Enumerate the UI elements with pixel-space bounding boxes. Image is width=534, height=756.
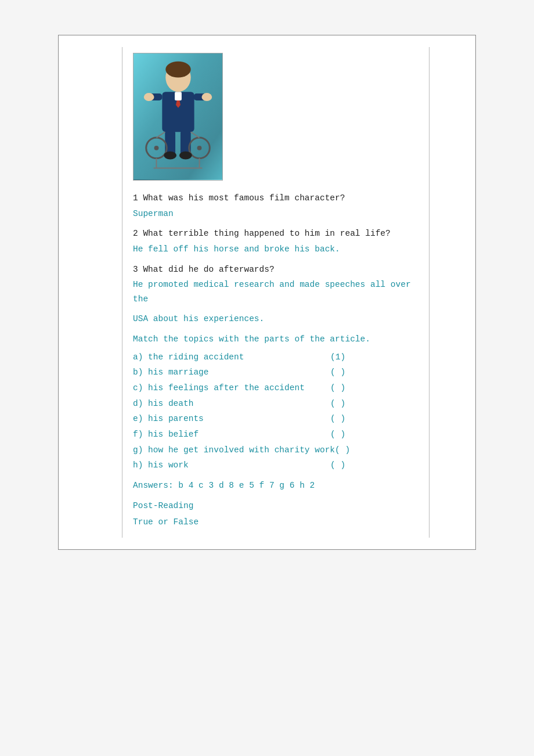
match-title: Match the topics with the parts of the a…: [133, 332, 418, 347]
match-item-f: f) his belief ( ): [133, 427, 418, 442]
card: 1 What was his most famous film characte…: [58, 35, 476, 550]
svg-point-15: [154, 146, 159, 150]
match-label-d: d) his death: [133, 397, 330, 411]
match-label-a: a) the riding accident: [133, 350, 330, 365]
question-2: 2 What terrible thing happened to him in…: [133, 226, 418, 241]
svg-point-16: [197, 146, 202, 150]
match-answer-a: (1): [330, 350, 365, 365]
photo-container: [133, 53, 418, 181]
answers-line: Answers: b 4 c 3 d 8 e 5 f 7 g 6 h 2: [133, 478, 418, 493]
question-1: 1 What was his most famous film characte…: [133, 191, 418, 206]
question-3: 3 What did he do afterwards?: [133, 262, 418, 277]
answer-3b: USA about his experiences.: [133, 312, 418, 326]
left-margin: [59, 47, 122, 538]
match-label-f: f) his belief: [133, 427, 330, 442]
match-answer-d: ( ): [330, 397, 365, 411]
answer-2: He fell off his horse and broke his back…: [133, 242, 418, 257]
match-item-g: g) how he get involved with charity work…: [133, 443, 418, 458]
svg-point-9: [144, 93, 154, 102]
svg-point-10: [201, 93, 212, 102]
match-item-d: d) his death ( ): [133, 397, 418, 411]
page: 1 What was his most famous film characte…: [0, 0, 534, 756]
content-area: 1 What was his most famous film characte…: [122, 47, 429, 538]
svg-point-23: [179, 152, 192, 160]
svg-point-3: [165, 62, 190, 78]
svg-rect-6: [175, 92, 182, 101]
match-label-b: b) his marriage: [133, 365, 330, 380]
match-answer-e: ( ): [330, 412, 365, 426]
match-item-b: b) his marriage ( ): [133, 365, 418, 380]
svg-point-22: [164, 152, 176, 160]
match-item-e: e) his parents ( ): [133, 412, 418, 426]
match-answer-b: ( ): [330, 365, 365, 380]
match-answer-f: ( ): [330, 427, 365, 442]
match-answer-g: ( ): [335, 443, 370, 458]
true-or-false-title: True or False: [133, 515, 418, 530]
post-reading-title: Post-Reading: [133, 499, 418, 513]
answer-3a: He promoted medical research and made sp…: [133, 278, 418, 306]
match-item-a: a) the riding accident (1): [133, 350, 418, 365]
person-svg: [134, 53, 222, 179]
match-label-g: g) how he get involved with charity work: [133, 443, 335, 458]
answer-1: Superman: [133, 207, 418, 221]
match-answer-c: ( ): [330, 381, 365, 395]
right-margin: [429, 47, 475, 538]
match-label-c: c) his feelings after the accident: [133, 381, 330, 395]
match-item-c: c) his feelings after the accident ( ): [133, 381, 418, 395]
match-label-e: e) his parents: [133, 412, 330, 426]
match-label-h: h) his work: [133, 458, 330, 473]
match-answer-h: ( ): [330, 458, 365, 473]
match-item-h: h) his work ( ): [133, 458, 418, 473]
person-photo: [133, 53, 223, 181]
